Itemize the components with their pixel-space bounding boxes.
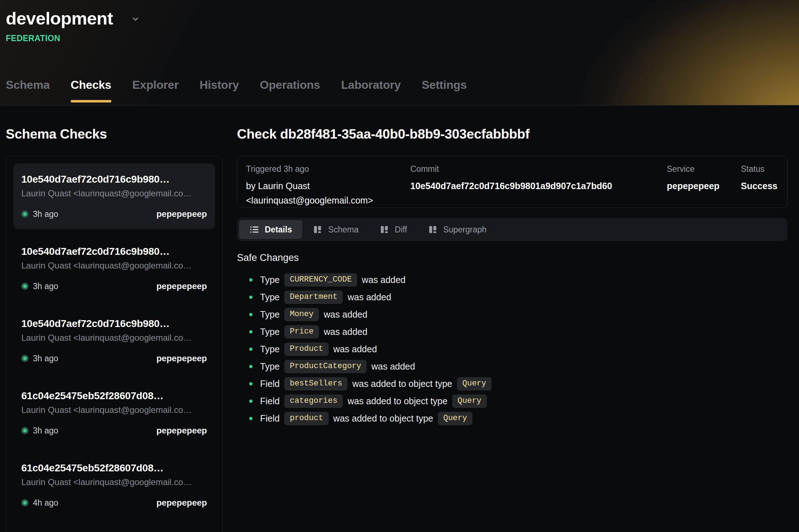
check-list-item[interactable]: 61c04e25475eb52f28607d08…Laurin Quast <l… [13,380,215,446]
project-title: development [6,8,113,29]
meta-triggered-by: by Laurin Quast [246,179,410,193]
change-item: FieldbestSellerswas added to object type… [237,375,787,392]
check-meta-row: 3h agopepepepeep [21,426,207,436]
check-commit: 61c04e25475eb52f28607d08… [21,462,207,474]
tab-label: History [199,78,239,91]
view-tabs: DetailsSchemaDiffSupergraph [237,218,787,241]
project-row: development [0,0,799,29]
change-text: was added to object type [333,413,433,424]
change-text: Type [260,361,280,372]
check-time: 4h ago [33,498,58,508]
meta-status-label: Status [741,164,778,174]
change-text: was added to object type [352,379,452,389]
check-service: pepepepeep [156,426,207,436]
meta-triggered: Triggered 3h ago by Laurin Quast <laurin… [246,164,410,208]
main-nav: SchemaChecksExplorerHistoryOperationsLab… [6,78,467,105]
check-author: Laurin Quast <laurinquast@googlemail.co… [21,188,207,199]
check-service: pepepepeep [156,281,207,291]
tab-label: Settings [422,78,467,91]
check-list-item[interactable]: 10e540d7aef72c0d716c9b980…Laurin Quast <… [13,163,215,229]
code-badge: Query [452,394,487,408]
change-text: was added [333,344,377,354]
view-tab-details[interactable]: Details [239,220,302,239]
tab-settings[interactable]: Settings [422,78,467,105]
tab-label: Schema [6,78,50,91]
change-text: was added [362,275,406,285]
code-badge: Money [284,308,319,321]
status-success-dot [21,427,29,434]
tab-schema[interactable]: Schema [6,78,50,105]
meta-triggered-label: Triggered 3h ago [246,164,410,174]
change-text: Type [260,292,280,302]
tab-operations[interactable]: Operations [260,78,320,105]
status-success-dot [21,210,29,218]
view-tab-label: Diff [395,225,407,235]
sidebar: Schema Checks 10e540d7aef72c0d716c9b980…… [6,105,223,532]
check-time: 3h ago [33,354,58,363]
check-commit: 10e540d7aef72c0d716c9b980… [21,174,207,185]
tab-checks[interactable]: Checks [71,78,112,105]
status-success-dot [21,283,29,290]
tab-explorer[interactable]: Explorer [132,78,178,105]
change-item: TypeMoneywas added [237,306,787,323]
meta-status: Status Success [741,164,778,208]
change-text: was added [371,361,415,372]
check-time: 3h ago [33,282,58,291]
check-commit: 10e540d7aef72c0d716c9b980… [21,246,207,257]
bullet-dot [249,330,252,333]
change-text: was added [347,292,391,302]
tab-laboratory[interactable]: Laboratory [341,78,401,105]
check-service: pepepepeep [156,353,207,363]
check-author: Laurin Quast <laurinquast@googlemail.co… [21,261,207,271]
code-badge: product [284,412,328,425]
status-success-dot [21,499,29,506]
bullet-dot [249,400,252,403]
tab-label: Operations [260,78,320,91]
status-success-dot [21,355,29,362]
meta-triggered-value: by Laurin Quast <laurinquast@googlemail.… [246,179,410,208]
check-service: pepepepeep [156,209,207,219]
meta-service-value: pepepepeep [667,179,741,193]
change-item: TypeProductwas added [237,340,787,358]
meta-commit-label: Commit [410,164,667,174]
changes-list: TypeCURRENCY_CODEwas addedTypeDepartment… [237,271,787,427]
meta-service-label: Service [667,164,741,174]
change-text: Type [260,275,280,285]
chevron-down-icon[interactable] [131,15,140,23]
change-item: TypeDepartmentwas added [237,288,787,306]
change-text: Type [260,344,280,354]
check-list-item[interactable]: 10e540d7aef72c0d716c9b980…Laurin Quast <… [13,308,215,374]
check-list-item[interactable]: 10e540d7aef72c0d716c9b980…Laurin Quast <… [13,236,215,301]
check-time: 3h ago [33,209,58,219]
bullet-dot [249,296,252,299]
list-icon [250,225,259,234]
changes-title: Safe Changes [237,252,787,263]
check-list-item[interactable]: 61c04e25475eb52f28607d08…Laurin Quast <l… [13,452,215,518]
code-badge: Query [457,377,492,391]
project-type-badge: FEDERATION [6,34,799,43]
tab-label: Checks [71,78,112,91]
meta-status-value: Success [741,179,778,193]
meta-commit: Commit 10e540d7aef72c0d716c9b9801a9d907c… [410,164,667,208]
view-tab-diff[interactable]: Diff [369,220,418,239]
change-item: Fieldcategorieswas added to object typeQ… [237,392,787,410]
tab-label: Explorer [132,78,178,91]
code-badge: Product [284,343,328,356]
view-tab-schema[interactable]: Schema [302,220,369,239]
code-badge: Query [438,412,472,425]
check-meta-box: Triggered 3h ago by Laurin Quast <laurin… [237,156,787,208]
view-tab-label: Details [265,225,292,235]
bullet-dot [249,365,252,368]
sidebar-title: Schema Checks [6,127,223,142]
page-header: development FEDERATION SchemaChecksExplo… [0,0,799,105]
check-meta-row: 3h agopepepepeep [21,209,207,219]
check-time: 3h ago [33,426,58,436]
code-badge: CURRENCY_CODE [284,273,357,287]
change-text: was added [324,327,367,337]
tab-history[interactable]: History [199,78,239,105]
tab-label: Laboratory [341,78,401,91]
view-tab-supergraph[interactable]: Supergraph [418,220,497,239]
check-meta-row: 4h agopepepepeep [21,498,207,508]
change-text: was added [324,309,367,320]
code-badge: categories [284,394,343,408]
